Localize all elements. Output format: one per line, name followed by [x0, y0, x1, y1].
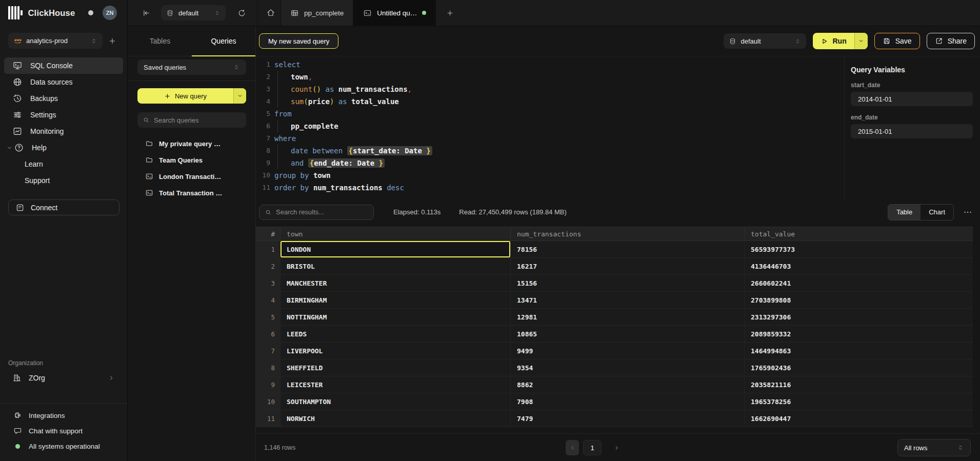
cell[interactable]: 10865: [511, 326, 745, 342]
column-header-town[interactable]: town: [281, 227, 511, 240]
column-header-total-value[interactable]: total_value: [745, 227, 973, 240]
row-number[interactable]: 5: [256, 309, 281, 325]
query-list-item-total-transaction[interactable]: Total Transaction …: [137, 185, 246, 201]
cell[interactable]: 7479: [511, 410, 745, 427]
code-line[interactable]: 11order by num_transactions desc: [256, 182, 844, 194]
cell[interactable]: BIRMINGHAM: [281, 292, 511, 308]
cell[interactable]: NORWICH: [281, 410, 511, 427]
cell[interactable]: SOUTHAMPTON: [281, 393, 511, 410]
code-line[interactable]: 8date between {start_date: Date }: [256, 145, 844, 157]
cell[interactable]: MANCHESTER: [281, 275, 511, 291]
code-line[interactable]: 3count() as num_transactions,: [256, 83, 844, 95]
more-options-button[interactable]: [963, 207, 973, 217]
next-page-button[interactable]: [610, 440, 623, 455]
connect-button[interactable]: Connect: [8, 199, 119, 215]
sidebar-sublink-learn[interactable]: Learn: [0, 156, 127, 172]
variable-input-end-date[interactable]: 2015-01-01: [851, 124, 973, 138]
row-number[interactable]: 10: [256, 393, 281, 410]
query-list-item-team-queries[interactable]: Team Queries: [137, 152, 246, 168]
cell[interactable]: 16217: [511, 258, 745, 274]
code-line[interactable]: 9and {end_date: Date }: [256, 157, 844, 169]
collapse-sidebar-button[interactable]: [139, 6, 153, 19]
sidebar-item-backups[interactable]: Backups: [4, 90, 123, 107]
row-number[interactable]: 11: [256, 410, 281, 427]
cell[interactable]: 1464994863: [745, 343, 973, 359]
code-line[interactable]: 1select: [256, 58, 844, 71]
view-table-button[interactable]: Table: [888, 205, 921, 220]
cell[interactable]: NOTTINGHAM: [281, 309, 511, 325]
cell[interactable]: 56593977373: [745, 241, 973, 257]
query-list-item-my-private-query[interactable]: My private query …: [137, 135, 246, 152]
view-chart-button[interactable]: Chart: [921, 205, 953, 220]
page-number-input[interactable]: 1: [583, 440, 602, 455]
search-results-input[interactable]: [276, 208, 368, 216]
cell[interactable]: 1765902436: [745, 359, 973, 376]
variable-input-start-date[interactable]: 2014-01-01: [851, 92, 973, 106]
row-number[interactable]: 2: [256, 258, 281, 274]
search-queries-input[interactable]: [154, 116, 241, 124]
code-line[interactable]: 2town,: [256, 71, 844, 83]
saved-query-tab[interactable]: My new saved query: [259, 33, 338, 49]
cell[interactable]: 2703899808: [745, 292, 973, 308]
column-header-[interactable]: #: [256, 227, 281, 240]
database-selector-topbar[interactable]: default: [161, 5, 226, 21]
cell[interactable]: 9499: [511, 343, 745, 359]
column-header-num-transactions[interactable]: num_transactions: [511, 227, 745, 240]
tab-untitled-query[interactable]: Untitled qu…: [353, 0, 436, 26]
cell[interactable]: LEICESTER: [281, 376, 511, 393]
cell[interactable]: 4136446703: [745, 258, 973, 274]
cell[interactable]: LEEDS: [281, 326, 511, 342]
cell[interactable]: SHEFFIELD: [281, 359, 511, 376]
save-button[interactable]: Save: [874, 33, 920, 49]
sidebar-footer-all-systems-operational[interactable]: All systems operational: [8, 438, 119, 454]
row-number[interactable]: 3: [256, 275, 281, 291]
row-number[interactable]: 6: [256, 326, 281, 342]
code-line[interactable]: 5from: [256, 108, 844, 120]
cell[interactable]: 78156: [511, 241, 745, 257]
run-options-dropdown[interactable]: [854, 33, 868, 49]
code-line[interactable]: 4sum(price) as total_value: [256, 95, 844, 108]
share-button[interactable]: Share: [927, 33, 975, 49]
prev-page-button[interactable]: [566, 440, 579, 455]
row-number[interactable]: 1: [256, 241, 281, 257]
cell[interactable]: BRISTOL: [281, 258, 511, 274]
sql-editor[interactable]: 1select2town,3count() as num_transaction…: [256, 56, 844, 200]
cell[interactable]: 15156: [511, 275, 745, 291]
cell[interactable]: 7908: [511, 393, 745, 410]
cell[interactable]: 9354: [511, 359, 745, 376]
cell[interactable]: LIVERPOOL: [281, 343, 511, 359]
saved-queries-selector[interactable]: Saved queries: [137, 59, 246, 75]
cell[interactable]: 8862: [511, 376, 745, 393]
sidebar-item-help[interactable]: Help: [4, 139, 123, 156]
sidebar-item-sql-console[interactable]: SQL Console: [4, 57, 123, 74]
cell[interactable]: 2660602241: [745, 275, 973, 291]
sidebar-footer-chat-with-support[interactable]: Chat with support: [8, 423, 119, 438]
refresh-button[interactable]: [235, 6, 248, 19]
new-query-button[interactable]: New query: [137, 88, 246, 104]
row-number[interactable]: 4: [256, 292, 281, 308]
cell[interactable]: 2313297306: [745, 309, 973, 325]
database-selector-editor[interactable]: default: [724, 33, 806, 49]
query-list-item-london-transacti[interactable]: London Transacti…: [137, 168, 246, 185]
row-number[interactable]: 7: [256, 343, 281, 359]
cell[interactable]: 2089859332: [745, 326, 973, 342]
sidebar-sublink-support[interactable]: Support: [0, 172, 127, 189]
sidebar-footer-integrations[interactable]: Integrations: [8, 408, 119, 423]
cell[interactable]: 1662690447: [745, 410, 973, 427]
cell[interactable]: 13471: [511, 292, 745, 308]
new-tab-button[interactable]: [443, 6, 456, 19]
cell[interactable]: 1965378256: [745, 393, 973, 410]
code-line[interactable]: 6pp_complete: [256, 120, 844, 132]
tab-tables[interactable]: Tables: [128, 26, 192, 56]
tab-queries[interactable]: Queries: [192, 26, 255, 56]
cell[interactable]: LONDON: [281, 241, 511, 257]
new-query-dropdown[interactable]: [233, 88, 246, 104]
organization-selector[interactable]: ZOrg: [8, 370, 119, 386]
page-size-selector[interactable]: All rows: [897, 439, 971, 456]
row-number[interactable]: 8: [256, 359, 281, 376]
cell[interactable]: 12981: [511, 309, 745, 325]
avatar[interactable]: ZN: [103, 6, 117, 20]
run-button[interactable]: Run: [813, 33, 868, 49]
add-service-button[interactable]: [106, 34, 119, 48]
tab-pp-complete[interactable]: pp_complete: [281, 0, 353, 26]
